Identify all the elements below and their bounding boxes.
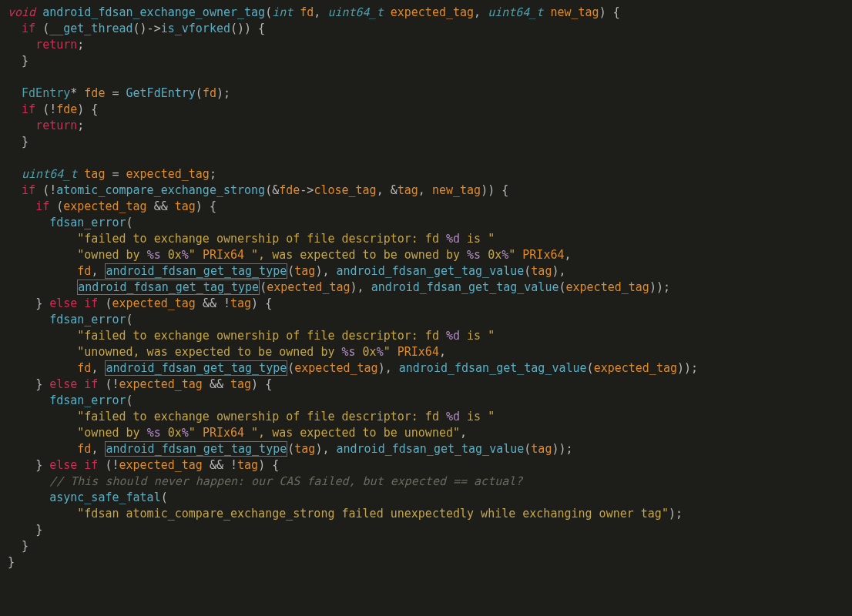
type-int: int <box>272 5 293 19</box>
call-fdsan-error: fdsan_error <box>49 216 126 229</box>
comment: // This should never happen: our CAS fai… <box>49 474 522 488</box>
string-literal: "failed to exchange ownership of file de… <box>77 410 495 424</box>
keyword-if: if <box>22 22 35 35</box>
call-getfdentry: GetFdEntry <box>126 86 196 100</box>
highlighted-call: android_fdsan_get_tag_type <box>77 280 260 295</box>
call-atomic-cas: atomic_compare_exchange_strong <box>56 183 265 197</box>
var-fde: fde <box>84 86 105 100</box>
string-literal: ", was expected to be owned by %s 0x%" <box>251 248 515 262</box>
type-fdentry: FdEntry <box>22 86 70 100</box>
string-literal: "failed to exchange ownership of file de… <box>77 232 495 246</box>
string-literal: "owned by %s 0x%" <box>77 426 196 440</box>
call-get-tag-value: android_fdsan_get_tag_value <box>336 264 524 278</box>
string-literal: "failed to exchange ownership of file de… <box>77 329 495 343</box>
keyword-return: return <box>35 38 77 52</box>
string-literal: ", was expected to be unowned" <box>251 426 460 440</box>
call-is-vforked: is_vforked <box>161 22 230 35</box>
highlighted-call: android_fdsan_get_tag_type <box>105 441 287 457</box>
keyword-void: void <box>8 5 35 19</box>
function-name: android_fdsan_exchange_owner_tag <box>42 5 265 19</box>
call-get-thread: __get_thread <box>49 22 132 35</box>
string-literal: "fdsan atomic_compare_exchange_strong fa… <box>77 507 669 521</box>
type-uint64: uint64_t <box>327 5 383 19</box>
call-async-safe-fatal: async_safe_fatal <box>49 490 161 504</box>
var-tag: tag <box>84 167 105 181</box>
param-expected-tag: expected_tag <box>391 5 474 19</box>
highlighted-call: android_fdsan_get_tag_type <box>105 263 287 279</box>
string-literal: "owned by %s 0x%" <box>77 248 196 262</box>
string-literal: "unowned, was expected to be owned by %s… <box>77 345 390 359</box>
type-uint64: uint64_t <box>488 5 543 19</box>
param-fd: fd <box>300 5 314 19</box>
param-new-tag: new_tag <box>550 5 599 19</box>
code-block: void android_fdsan_exchange_owner_tag(in… <box>0 0 852 578</box>
highlighted-call: android_fdsan_get_tag_type <box>105 360 287 376</box>
